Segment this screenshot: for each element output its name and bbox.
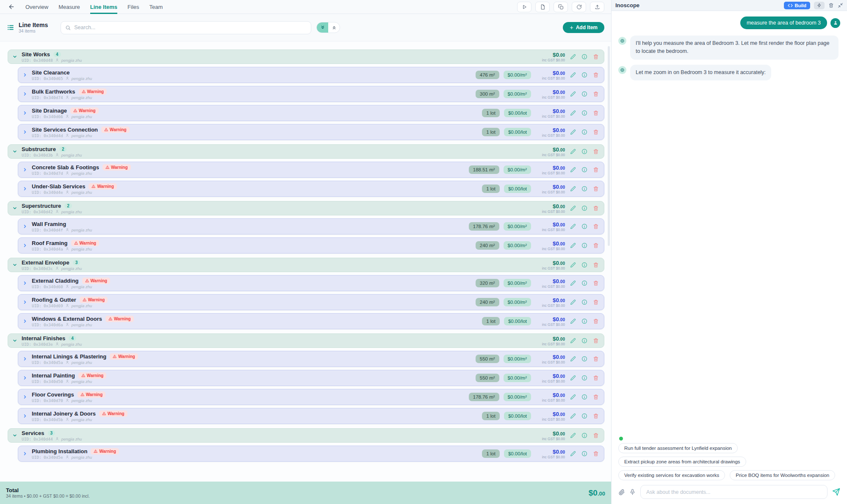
- tab-files[interactable]: Files: [127, 0, 139, 14]
- export-button[interactable]: [590, 2, 604, 12]
- edit-button[interactable]: [569, 394, 576, 401]
- info-button[interactable]: [581, 299, 588, 306]
- collapse-group-chevron[interactable]: [8, 149, 22, 154]
- tab-line-items[interactable]: Line Items: [90, 0, 117, 14]
- line-item-row[interactable]: Windows & External DoorsWarningUID:0x340…: [18, 313, 604, 329]
- info-button[interactable]: [581, 53, 588, 61]
- edit-button[interactable]: [569, 262, 576, 269]
- delete-button[interactable]: [592, 53, 599, 61]
- expand-item-chevron[interactable]: [18, 319, 32, 324]
- clear-chat-button[interactable]: [828, 3, 834, 8]
- line-item-row[interactable]: Site DrainageWarningUID:0x340d66pengjia …: [18, 105, 604, 121]
- expand-item-chevron[interactable]: [18, 167, 32, 172]
- delete-button[interactable]: [592, 72, 599, 79]
- send-button[interactable]: [832, 488, 840, 496]
- back-button[interactable]: [7, 2, 16, 11]
- info-button[interactable]: [581, 318, 588, 325]
- refresh-button[interactable]: [572, 2, 586, 12]
- expand-item-chevron[interactable]: [18, 451, 32, 456]
- scrollbar[interactable]: [608, 46, 610, 246]
- search-input[interactable]: [74, 25, 307, 30]
- edit-button[interactable]: [569, 129, 576, 136]
- info-button[interactable]: [581, 91, 588, 98]
- expand-item-chevron[interactable]: [18, 91, 32, 96]
- line-item-row[interactable]: Internal PaintingWarningUID:0x340d50peng…: [18, 370, 604, 386]
- line-item-row[interactable]: Roof FramingWarningUID:0x340d4apengjia z…: [18, 237, 604, 253]
- expand-item-chevron[interactable]: [18, 224, 32, 229]
- edit-button[interactable]: [569, 53, 576, 61]
- attach-button[interactable]: [618, 489, 625, 496]
- tab-overview[interactable]: Overview: [25, 0, 48, 14]
- edit-button[interactable]: [569, 223, 576, 230]
- expand-item-chevron[interactable]: [18, 413, 32, 419]
- expand-item-chevron[interactable]: [18, 110, 32, 116]
- line-item-row[interactable]: Concrete Slab & FootingsWarningUID:0x340…: [18, 162, 604, 178]
- collapse-group-chevron[interactable]: [8, 433, 22, 438]
- edit-button[interactable]: [569, 110, 576, 117]
- edit-button[interactable]: [569, 413, 576, 420]
- collapse-group-chevron[interactable]: [8, 54, 22, 59]
- build-button[interactable]: Build: [784, 2, 811, 9]
- group-row[interactable]: Services3UID:0x340d44pengjia zhu$0.00inc…: [8, 428, 604, 443]
- delete-button[interactable]: [592, 185, 599, 193]
- expand-item-chevron[interactable]: [18, 300, 32, 305]
- edit-button[interactable]: [569, 318, 576, 325]
- delete-button[interactable]: [592, 166, 599, 174]
- info-button[interactable]: [581, 413, 588, 420]
- suggestion-chip[interactable]: Run full tender assessment for Lynfield …: [618, 443, 738, 453]
- info-button[interactable]: [581, 110, 588, 117]
- expand-item-chevron[interactable]: [18, 243, 32, 248]
- info-button[interactable]: [581, 337, 588, 344]
- line-item-row[interactable]: Roofing & GutterWarningUID:0x340d69pengj…: [18, 294, 604, 310]
- group-row[interactable]: Site Works4UID:0x340d48pengjia zhu$0.00i…: [8, 50, 604, 64]
- info-button[interactable]: [581, 185, 588, 193]
- delete-button[interactable]: [592, 318, 599, 325]
- edit-button[interactable]: [569, 91, 576, 98]
- line-item-row[interactable]: Floor CoveringsWarningUID:0x340d70pengji…: [18, 389, 604, 405]
- tab-measure[interactable]: Measure: [58, 0, 80, 14]
- delete-button[interactable]: [592, 91, 599, 98]
- edit-button[interactable]: [569, 432, 576, 439]
- group-row[interactable]: Superstructure2UID:0x340d42pengjia zhu$0…: [8, 201, 604, 215]
- edit-button[interactable]: [569, 337, 576, 344]
- expand-item-chevron[interactable]: [18, 281, 32, 286]
- info-button[interactable]: [581, 72, 588, 79]
- collapse-group-chevron[interactable]: [8, 262, 22, 267]
- info-button[interactable]: [581, 450, 588, 457]
- delete-button[interactable]: [592, 450, 599, 457]
- delete-button[interactable]: [592, 413, 599, 420]
- info-button[interactable]: [581, 205, 588, 212]
- line-item-row[interactable]: Site Services ConnectionWarningUID:0x340…: [18, 124, 604, 140]
- line-item-row[interactable]: Site ClearanceUID:0x340d65pengjia zhu476…: [18, 67, 604, 83]
- delete-button[interactable]: [592, 432, 599, 439]
- collapse-group-chevron[interactable]: [8, 206, 22, 211]
- delete-button[interactable]: [592, 262, 599, 269]
- delete-button[interactable]: [592, 110, 599, 117]
- info-button[interactable]: [581, 432, 588, 439]
- expand-item-chevron[interactable]: [18, 129, 32, 135]
- info-button[interactable]: [581, 280, 588, 287]
- delete-button[interactable]: [592, 337, 599, 344]
- expand-item-chevron[interactable]: [18, 186, 32, 191]
- line-item-row[interactable]: Under-Slab ServicesWarningUID:0x340d4epe…: [18, 181, 604, 197]
- group-row[interactable]: External Envelope3UID:0x340d3cpengjia zh…: [8, 258, 604, 272]
- edit-button[interactable]: [569, 185, 576, 193]
- chat-input[interactable]: [640, 485, 828, 499]
- line-item-row[interactable]: Plumbing InstallationWarningUID:0x340d5e…: [18, 446, 604, 462]
- collapse-all-button[interactable]: [328, 22, 340, 33]
- line-item-row[interactable]: Internal Linings & PlasteringWarningUID:…: [18, 351, 604, 367]
- edit-button[interactable]: [569, 355, 576, 363]
- delete-button[interactable]: [592, 148, 599, 155]
- delete-button[interactable]: [592, 355, 599, 363]
- run-button[interactable]: [517, 2, 531, 12]
- info-button[interactable]: [581, 355, 588, 363]
- edit-button[interactable]: [569, 242, 576, 249]
- line-item-row[interactable]: Internal Joinery & DoorsWarningUID:0x340…: [18, 408, 604, 424]
- edit-button[interactable]: [569, 299, 576, 306]
- edit-button[interactable]: [569, 72, 576, 79]
- delete-button[interactable]: [592, 299, 599, 306]
- add-item-button[interactable]: + Add Item: [563, 22, 604, 33]
- suggestion-chip[interactable]: Extract pickup zone areas from architect…: [618, 457, 746, 467]
- voice-button[interactable]: [629, 489, 636, 495]
- collapse-group-chevron[interactable]: [8, 338, 22, 343]
